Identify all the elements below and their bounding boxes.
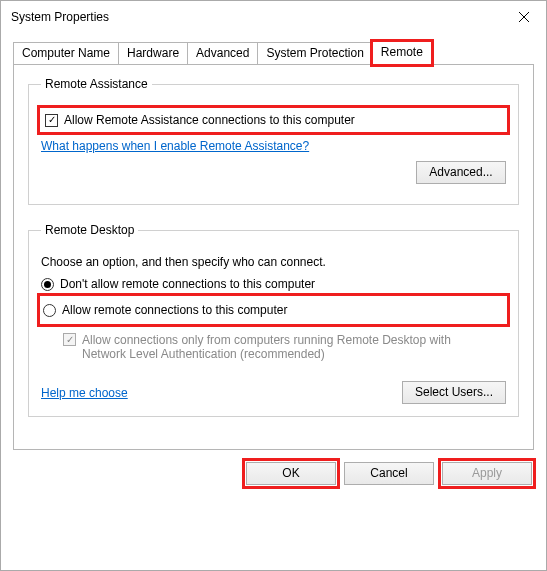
radio-allow-row: Allow remote connections to this compute… [41, 297, 506, 323]
tab-strip: Computer Name Hardware Advanced System P… [13, 41, 534, 65]
apply-button[interactable]: Apply [442, 462, 532, 485]
tab-system-protection[interactable]: System Protection [257, 42, 372, 64]
allow-remote-assistance-checkbox[interactable]: ✓ [45, 114, 58, 127]
radio-dot-icon [44, 281, 51, 288]
check-icon: ✓ [48, 115, 56, 125]
nla-checkbox: ✓ [63, 333, 76, 346]
nla-row: ✓ Allow connections only from computers … [63, 333, 506, 361]
close-icon [518, 11, 530, 23]
radio-deny-label: Don't allow remote connections to this c… [60, 277, 315, 291]
group-remote-assistance-label: Remote Assistance [41, 77, 152, 91]
tab-hardware[interactable]: Hardware [118, 42, 188, 64]
titlebar: System Properties [1, 1, 546, 33]
advanced-button[interactable]: Advanced... [416, 161, 506, 184]
tab-advanced[interactable]: Advanced [187, 42, 258, 64]
ok-button[interactable]: OK [246, 462, 336, 485]
cancel-button[interactable]: Cancel [344, 462, 434, 485]
group-remote-desktop-label: Remote Desktop [41, 223, 138, 237]
radio-allow[interactable] [43, 304, 56, 317]
remote-desktop-bottom-row: Help me choose Select Users... [41, 381, 506, 404]
close-button[interactable] [501, 2, 546, 32]
tab-computer-name[interactable]: Computer Name [13, 42, 119, 64]
system-properties-window: System Properties Computer Name Hardware… [0, 0, 547, 571]
remote-desktop-intro: Choose an option, and then specify who c… [41, 255, 506, 269]
help-me-choose-link[interactable]: Help me choose [41, 386, 128, 400]
radio-deny[interactable] [41, 278, 54, 291]
check-icon: ✓ [66, 335, 74, 345]
radio-allow-label: Allow remote connections to this compute… [62, 303, 287, 317]
allow-remote-assistance-row: ✓ Allow Remote Assistance connections to… [41, 109, 506, 131]
group-remote-assistance: Remote Assistance ✓ Allow Remote Assista… [28, 77, 519, 205]
radio-deny-row: Don't allow remote connections to this c… [41, 277, 506, 291]
window-title: System Properties [11, 10, 109, 24]
select-users-button[interactable]: Select Users... [402, 381, 506, 404]
tab-panel-remote: Remote Assistance ✓ Allow Remote Assista… [13, 65, 534, 450]
allow-remote-assistance-label: Allow Remote Assistance connections to t… [64, 113, 355, 127]
tab-remote[interactable]: Remote [372, 41, 432, 65]
group-remote-desktop: Remote Desktop Choose an option, and the… [28, 223, 519, 417]
dialog-footer: OK Cancel Apply [1, 450, 546, 497]
nla-label: Allow connections only from computers ru… [82, 333, 482, 361]
remote-assistance-help-link[interactable]: What happens when I enable Remote Assist… [41, 139, 309, 153]
